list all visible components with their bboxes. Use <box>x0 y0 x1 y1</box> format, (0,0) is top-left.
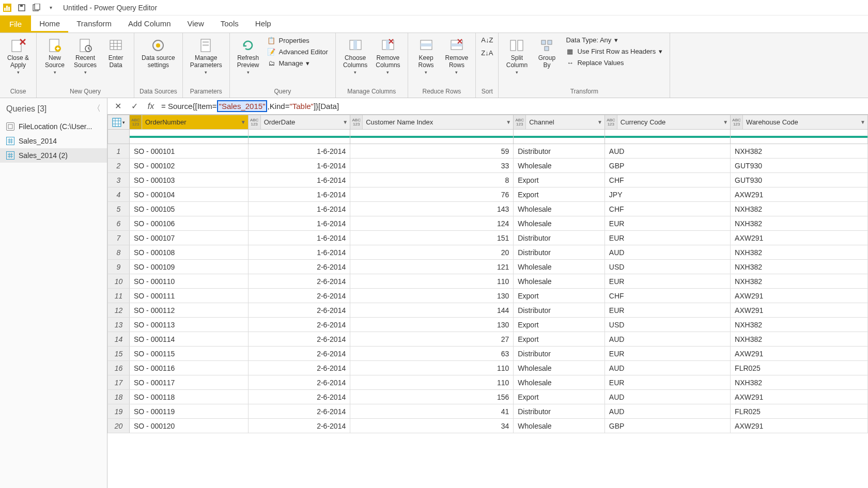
cell[interactable]: 110 <box>350 375 514 390</box>
cell[interactable]: FLR025 <box>731 361 868 375</box>
cell[interactable]: SO - 000114 <box>130 332 249 347</box>
column-filter-button[interactable]: ▼ <box>595 119 605 125</box>
cell[interactable]: AXW291 <box>731 347 868 361</box>
remove-rows-button[interactable]: RemoveRows▾ <box>442 35 472 77</box>
cell[interactable]: Export <box>514 332 605 347</box>
cell[interactable]: SO - 000110 <box>130 274 249 289</box>
cell[interactable]: AXW291 <box>731 289 868 303</box>
cell[interactable]: Wholesale <box>514 159 605 173</box>
cell[interactable]: 41 <box>350 404 514 419</box>
column-filter-button[interactable]: ▼ <box>504 119 513 125</box>
table-row[interactable]: 2SO - 0001021-6-201433WholesaleGBPGUT930 <box>108 159 868 173</box>
cell[interactable]: AXW291 <box>731 390 868 404</box>
save-button[interactable] <box>16 2 28 14</box>
cell[interactable]: 20 <box>350 245 514 260</box>
replace-values-button[interactable]: ↔Replace Values <box>563 57 665 68</box>
cell[interactable]: SO - 000102 <box>130 159 249 173</box>
collapse-queries-button[interactable]: 〈 <box>92 103 101 114</box>
properties-button[interactable]: 📋Properties <box>264 35 331 45</box>
cell[interactable]: CHF <box>605 202 730 216</box>
cell[interactable]: GBP <box>605 419 730 433</box>
cell[interactable]: SO - 000109 <box>130 260 249 274</box>
cell[interactable]: NXH382 <box>731 245 868 260</box>
cell[interactable]: NXH382 <box>731 318 868 332</box>
row-number[interactable]: 5 <box>108 202 130 216</box>
cell[interactable]: SO - 000106 <box>130 216 249 231</box>
cell[interactable]: SO - 000119 <box>130 404 249 419</box>
cell[interactable]: Wholesale <box>514 260 605 274</box>
cell[interactable]: Distributor <box>514 404 605 419</box>
cell[interactable]: Wholesale <box>514 375 605 390</box>
table-corner[interactable]: ▾ <box>108 115 130 130</box>
close-apply-button[interactable]: Close &Apply▾ <box>4 35 32 77</box>
cell[interactable]: AUD <box>605 245 730 260</box>
cell[interactable]: SO - 000105 <box>130 202 249 216</box>
menu-tab-view[interactable]: View <box>179 15 212 33</box>
cell[interactable]: SO - 000108 <box>130 245 249 260</box>
menu-tab-home[interactable]: Home <box>31 15 68 33</box>
table-row[interactable]: 15SO - 0001152-6-201463DistributorEURAXW… <box>108 347 868 361</box>
cell[interactable]: AXW291 <box>731 231 868 245</box>
row-number[interactable]: 20 <box>108 419 130 433</box>
table-row[interactable]: 11SO - 0001112-6-2014130ExportCHFAXW291 <box>108 289 868 303</box>
cell[interactable]: Export <box>514 390 605 404</box>
qat-dropdown[interactable]: ▾ <box>44 2 57 14</box>
cell[interactable]: SO - 000103 <box>130 173 249 187</box>
cell[interactable]: 143 <box>350 202 514 216</box>
table-row[interactable]: 17SO - 0001172-6-2014110WholesaleEURNXH3… <box>108 375 868 390</box>
cell[interactable]: 130 <box>350 289 514 303</box>
cell[interactable]: SO - 000116 <box>130 361 249 375</box>
cell[interactable]: 121 <box>350 260 514 274</box>
qat-button[interactable] <box>30 2 42 14</box>
cell[interactable]: AUD <box>605 332 730 347</box>
table-row[interactable]: 14SO - 0001142-6-201427ExportAUDNXH382 <box>108 332 868 347</box>
column-header[interactable]: ABC123Currency Code▼ <box>605 115 730 130</box>
cell[interactable]: 156 <box>350 390 514 404</box>
cell[interactable]: EUR <box>605 375 730 390</box>
cell[interactable]: 8 <box>350 173 514 187</box>
row-number[interactable]: 12 <box>108 303 130 318</box>
row-number[interactable]: 11 <box>108 289 130 303</box>
cell[interactable]: 1-6-2014 <box>248 144 350 159</box>
cell[interactable]: SO - 000104 <box>130 187 249 202</box>
formula-fx-button[interactable]: fx <box>145 100 157 113</box>
type-badge[interactable]: ABC123 <box>350 115 363 129</box>
cell[interactable]: 1-6-2014 <box>248 187 350 202</box>
table-row[interactable]: 18SO - 0001182-6-2014156ExportAUDAXW291 <box>108 390 868 404</box>
cell[interactable]: 2-6-2014 <box>248 390 350 404</box>
cell[interactable]: 1-6-2014 <box>248 245 350 260</box>
cell[interactable]: 2-6-2014 <box>248 318 350 332</box>
formula-commit-button[interactable]: ✓ <box>128 100 141 113</box>
column-header[interactable]: ABC123Warehouse Code▼ <box>731 115 868 130</box>
cell[interactable]: 2-6-2014 <box>248 419 350 433</box>
cell[interactable]: Distributor <box>514 231 605 245</box>
table-row[interactable]: 16SO - 0001162-6-2014110WholesaleAUDFLR0… <box>108 361 868 375</box>
cell[interactable]: NXH382 <box>731 375 868 390</box>
row-number[interactable]: 10 <box>108 274 130 289</box>
cell[interactable]: 76 <box>350 187 514 202</box>
advanced-editor-button[interactable]: 📝Advanced Editor <box>264 46 331 57</box>
cell[interactable]: 34 <box>350 419 514 433</box>
data-source-settings-button[interactable]: Data sourcesettings <box>138 35 178 71</box>
column-filter-button[interactable]: ▼ <box>858 119 867 125</box>
remove-columns-button[interactable]: RemoveColumns▾ <box>373 35 403 77</box>
column-header[interactable]: ABC123Customer Name Index▼ <box>350 115 514 130</box>
cell[interactable]: Distributor <box>514 347 605 361</box>
cell[interactable]: 124 <box>350 216 514 231</box>
table-row[interactable]: 10SO - 0001102-6-2014110WholesaleEURNXH3… <box>108 274 868 289</box>
cell[interactable]: 110 <box>350 274 514 289</box>
cell[interactable]: Distributor <box>514 303 605 318</box>
row-number[interactable]: 7 <box>108 231 130 245</box>
row-number[interactable]: 18 <box>108 390 130 404</box>
column-header[interactable]: ABC123OrderNumber▼ <box>130 115 249 130</box>
cell[interactable]: 2-6-2014 <box>248 303 350 318</box>
manage-button[interactable]: 🗂Manage ▾ <box>264 58 331 68</box>
row-number[interactable]: 13 <box>108 318 130 332</box>
cell[interactable]: Distributor <box>514 144 605 159</box>
cell[interactable]: JPY <box>605 187 730 202</box>
cell[interactable]: SO - 000107 <box>130 231 249 245</box>
cell[interactable]: GUT930 <box>731 159 868 173</box>
cell[interactable]: SO - 000117 <box>130 375 249 390</box>
cell[interactable]: EUR <box>605 231 730 245</box>
table-row[interactable]: 3SO - 0001031-6-20148ExportCHFGUT930 <box>108 173 868 187</box>
